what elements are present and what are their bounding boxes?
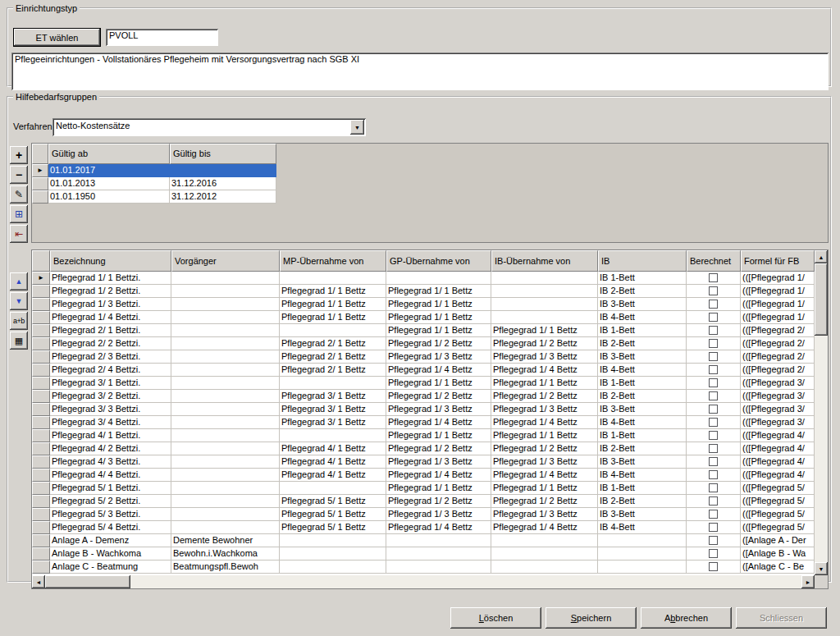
row-selector[interactable] [32,177,48,190]
chevron-down-icon[interactable]: ▼ [350,120,364,135]
cell-ib[interactable] [598,534,687,547]
cell-ib-uebernahme[interactable] [491,534,598,547]
row-selector[interactable] [32,469,50,482]
cell-bezeichnung[interactable]: Anlage A - Demenz [50,534,171,547]
berechnet-checkbox[interactable] [709,339,718,348]
import-button[interactable]: ⇤ [10,225,28,243]
cell-ib[interactable]: IB 1-Bett [598,324,687,337]
cell-gp-uebernahme[interactable] [386,534,491,547]
groups-table-row[interactable]: Pflegegrad 2/ 2 Bettzi.Pflegegrad 2/ 1 B… [32,337,815,350]
cell-gp-uebernahme[interactable]: Pflegegrad 1/ 4 Bettz [386,469,491,482]
berechnet-checkbox[interactable] [709,300,718,309]
cell-bezeichnung[interactable]: Pflegegrad 3/ 3 Bettzi. [50,403,171,416]
groups-table-row[interactable]: Pflegegrad 5/ 2 Bettzi.Pflegegrad 5/ 1 B… [32,495,815,508]
cell-vorgaenger[interactable]: Bewohn.i.Wachkoma [171,547,280,561]
row-selector[interactable] [32,416,50,429]
cell-ib[interactable]: IB 1-Bett [598,482,687,495]
cell-mp-uebernahme[interactable]: Pflegegrad 4/ 1 Bettz [280,442,386,455]
validity-row[interactable]: ► 01.01.2017 [32,164,828,177]
berechnet-checkbox[interactable] [709,483,718,492]
cell-vorgaenger[interactable] [171,495,280,508]
berechnet-checkbox[interactable] [709,470,718,479]
cell-bezeichnung[interactable]: Anlage B - Wachkoma [50,547,171,561]
cell-mp-uebernahme[interactable]: Pflegegrad 1/ 1 Bettz [280,285,386,298]
cell-gp-uebernahme[interactable]: Pflegegrad 1/ 2 Bettz [386,390,491,403]
cell-vorgaenger[interactable] [171,455,280,469]
loeschen-button[interactable]: Löschen [450,607,541,629]
cell-vorgaenger[interactable] [171,337,280,350]
scroll-left-icon[interactable]: ◄ [32,575,45,588]
berechnet-checkbox[interactable] [709,562,718,571]
cell-berechnet[interactable] [687,272,741,285]
cell-gueltig-bis[interactable]: 31.12.2016 [170,177,276,190]
cell-mp-uebernahme[interactable] [280,561,386,574]
cell-ib-uebernahme[interactable] [491,561,598,574]
cell-berechnet[interactable] [687,429,741,442]
cell-gp-uebernahme[interactable]: Pflegegrad 1/ 1 Bettz [386,324,491,337]
cell-gp-uebernahme[interactable] [386,272,491,285]
berechnet-checkbox[interactable] [709,378,718,387]
cell-berechnet[interactable] [687,350,741,364]
cell-mp-uebernahme[interactable] [280,482,386,495]
et-code-field[interactable]: PVOLL [106,29,218,46]
groups-table-row[interactable]: Pflegegrad 3/ 2 Bettzi.Pflegegrad 3/ 1 B… [32,390,815,403]
cell-bezeichnung[interactable]: Pflegegrad 5/ 3 Bettzi. [50,508,171,521]
groups-table-row[interactable]: Pflegegrad 4/ 4 Bettzi.Pflegegrad 4/ 1 B… [32,469,815,482]
cell-gp-uebernahme[interactable]: Pflegegrad 1/ 1 Bettz [386,311,491,324]
cell-mp-uebernahme[interactable]: Pflegegrad 2/ 1 Bettz [280,337,386,350]
horizontal-scrollbar-thumb[interactable] [45,575,130,588]
cell-ib[interactable]: IB 3-Bett [598,455,687,469]
cell-mp-uebernahme[interactable]: Pflegegrad 1/ 1 Bettz [280,298,386,311]
cell-gp-uebernahme[interactable]: Pflegegrad 1/ 3 Bettz [386,403,491,416]
scroll-up-icon[interactable]: ▲ [815,250,828,263]
berechnet-checkbox[interactable] [709,405,718,414]
cell-bezeichnung[interactable]: Pflegegrad 5/ 1 Bettzi. [50,482,171,495]
cell-vorgaenger[interactable] [171,324,280,337]
cell-berechnet[interactable] [687,508,741,521]
cell-bezeichnung[interactable]: Pflegegrad 4/ 3 Bettzi. [50,455,171,469]
cell-mp-uebernahme[interactable]: Pflegegrad 5/ 1 Bettz [280,508,386,521]
cell-ib-uebernahme[interactable]: Pflegegrad 1/ 4 Bettz [491,416,598,429]
cell-vorgaenger[interactable] [171,298,280,311]
cell-bezeichnung[interactable]: Pflegegrad 5/ 2 Bettzi. [50,495,171,508]
groups-table-row[interactable]: Pflegegrad 5/ 3 Bettzi.Pflegegrad 5/ 1 B… [32,508,815,521]
berechnet-checkbox[interactable] [709,536,718,545]
cell-mp-uebernahme[interactable]: Pflegegrad 3/ 1 Bettz [280,403,386,416]
move-down-button[interactable]: ▼ [10,292,28,310]
cell-ib[interactable]: IB 1-Bett [598,429,687,442]
cell-bezeichnung[interactable]: Pflegegrad 1/ 3 Bettzi. [50,298,171,311]
groups-table-row[interactable]: Anlage A - DemenzDemente Bewohner([Anlag… [32,534,815,547]
cell-gp-uebernahme[interactable]: Pflegegrad 1/ 3 Bettz [386,350,491,364]
cell-ib-uebernahme[interactable]: Pflegegrad 1/ 2 Bettz [491,390,598,403]
cell-ib-uebernahme[interactable]: Pflegegrad 1/ 2 Bettz [491,337,598,350]
cell-gp-uebernahme[interactable] [386,561,491,574]
cell-bezeichnung[interactable]: Pflegegrad 3/ 1 Bettzi. [50,377,171,390]
cell-bezeichnung[interactable]: Pflegegrad 3/ 2 Bettzi. [50,390,171,403]
berechnet-checkbox[interactable] [709,391,718,400]
cell-formel[interactable]: (([Pflegegrad 1/ [741,285,815,298]
cell-vorgaenger[interactable] [171,521,280,534]
cell-gueltig-bis[interactable] [170,164,276,177]
row-selector[interactable] [32,403,50,416]
cell-vorgaenger[interactable] [171,416,280,429]
copy-structure-button[interactable]: ⊞ [10,205,28,223]
row-selector[interactable] [32,442,50,455]
cell-formel[interactable]: (([Pflegegrad 2/ [741,324,815,337]
row-selector[interactable] [32,350,50,364]
groups-table-row[interactable]: ►Pflegegrad 1/ 1 Bettzi.IB 1-Bett(([Pfle… [32,272,815,285]
groups-table-row[interactable]: Pflegegrad 3/ 1 Bettzi.Pflegegrad 1/ 1 B… [32,377,815,390]
berechnet-checkbox[interactable] [709,326,718,335]
cell-ib-uebernahme[interactable]: Pflegegrad 1/ 1 Bettz [491,324,598,337]
cell-vorgaenger[interactable] [171,403,280,416]
cell-formel[interactable]: ([Anlage A - Der [741,534,815,547]
cell-ib-uebernahme[interactable]: Pflegegrad 1/ 1 Bettz [491,377,598,390]
cell-mp-uebernahme[interactable]: Pflegegrad 1/ 1 Bettz [280,311,386,324]
cell-ib-uebernahme[interactable]: Pflegegrad 1/ 4 Bettz [491,364,598,377]
cell-formel[interactable]: (([Pflegegrad 5/ [741,495,815,508]
cell-vorgaenger[interactable] [171,442,280,455]
cell-ib[interactable]: IB 2-Bett [598,337,687,350]
row-selector[interactable] [32,377,50,390]
cell-formel[interactable]: (([Pflegegrad 1/ [741,272,815,285]
cell-berechnet[interactable] [687,416,741,429]
berechnet-checkbox[interactable] [709,510,718,519]
